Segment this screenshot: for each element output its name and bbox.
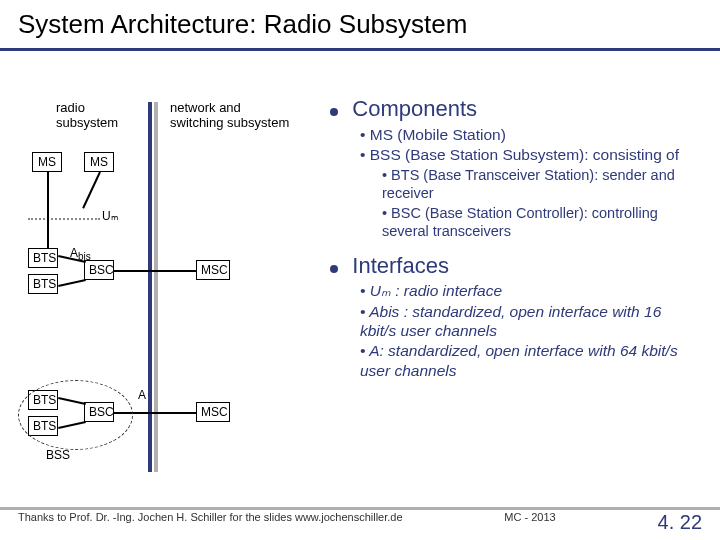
label-bss: BSS (46, 448, 70, 462)
connector (114, 270, 196, 272)
box-ms: MS (32, 152, 62, 172)
box-bsc: BSC (84, 260, 114, 280)
list-item: Uₘ : radio interface (360, 281, 700, 300)
box-msc: MSC (196, 402, 230, 422)
heading-interfaces: Interfaces (352, 253, 449, 278)
label-nss: network and switching subsystem (170, 100, 290, 130)
footer: Thanks to Prof. Dr. -Ing. Jochen H. Schi… (18, 511, 702, 534)
connector (82, 172, 101, 209)
interfaces-list: Uₘ : radio interface Abis : standardized… (360, 281, 700, 380)
label-a: A (138, 388, 146, 402)
section-interfaces: Interfaces (330, 252, 700, 280)
page-number: 4. 22 (658, 511, 702, 534)
connector (58, 279, 86, 287)
box-msc: MSC (196, 260, 230, 280)
list-item: BSC (Base Station Controller): controlli… (382, 204, 700, 240)
list-item: Abis : standardized, open interface with… (360, 302, 700, 341)
box-bts: BTS (28, 274, 58, 294)
heading-components: Components (352, 96, 477, 121)
footer-credit: Thanks to Prof. Dr. -Ing. Jochen H. Schi… (18, 511, 403, 534)
footer-rule (0, 507, 720, 510)
content: Components MS (Mobile Station) BSS (Base… (330, 95, 700, 392)
box-ms: MS (84, 152, 114, 172)
list-item: A: standardized, open interface with 64 … (360, 341, 700, 380)
bullet-icon (330, 265, 338, 273)
um-dotted-line (28, 218, 100, 220)
title-rule (0, 48, 720, 51)
slide-title: System Architecture: Radio Subsystem (0, 0, 720, 46)
components-list: MS (Mobile Station) BSS (Base Station Su… (360, 125, 700, 240)
connector (47, 172, 49, 250)
divider-line (148, 102, 152, 472)
section-components: Components (330, 95, 700, 123)
box-bts: BTS (28, 248, 58, 268)
bss-ellipse (18, 380, 133, 450)
label-um: Uₘ (102, 209, 118, 223)
label-radio-subsystem: radio subsystem (56, 100, 146, 130)
diagram: radio subsystem network and switching su… (28, 100, 328, 480)
footer-course: MC - 2013 (504, 511, 555, 534)
list-item: BSS (Base Station Subsystem): consisting… (360, 145, 700, 164)
slide: System Architecture: Radio Subsystem rad… (0, 0, 720, 540)
bullet-icon (330, 108, 338, 116)
list-item: BTS (Base Transceiver Station): sender a… (382, 166, 700, 202)
divider-line-shadow (154, 102, 158, 472)
list-item: MS (Mobile Station) (360, 125, 700, 144)
